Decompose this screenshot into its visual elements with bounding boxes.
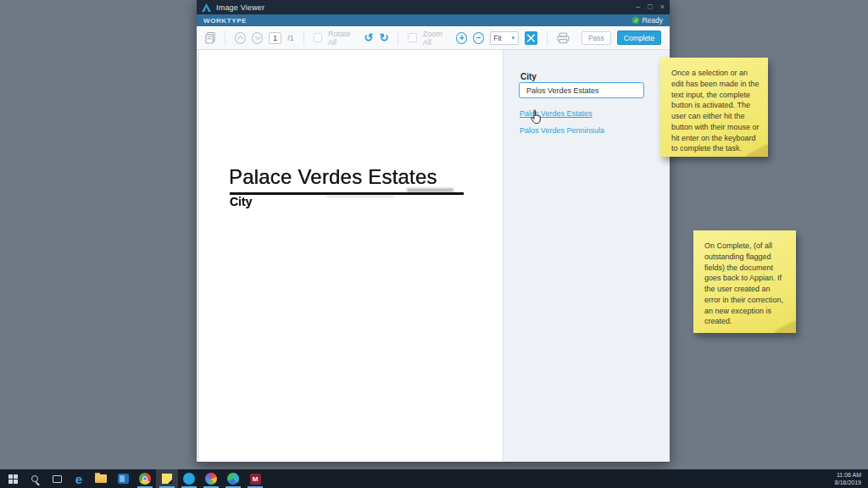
complete-button[interactable]: Complete bbox=[617, 30, 661, 45]
edge-icon: e bbox=[75, 473, 82, 485]
taskbar-search-button[interactable] bbox=[24, 469, 46, 488]
chrome-icon bbox=[139, 473, 151, 485]
windows-logo-icon bbox=[8, 474, 18, 484]
suggestion-link-peninsula[interactable]: Palos Verdes Penninsula bbox=[520, 126, 604, 135]
next-page-button[interactable] bbox=[252, 32, 263, 44]
toolbar-divider bbox=[225, 30, 225, 46]
ready-check-icon: ✓ bbox=[632, 17, 639, 24]
rotate-all-checkbox[interactable] bbox=[314, 33, 322, 42]
taskbar-mail[interactable]: M bbox=[244, 469, 266, 488]
photos-icon bbox=[205, 473, 217, 485]
clock-date: 8/16/2019 bbox=[835, 479, 861, 486]
rotate-clockwise-icon[interactable]: ↻ bbox=[380, 32, 389, 44]
chevron-down-icon bbox=[255, 34, 261, 40]
taskbar-skype[interactable] bbox=[178, 469, 200, 488]
taskbar-edge-beta[interactable] bbox=[222, 469, 244, 488]
worktype-label: WORKTYPE bbox=[203, 17, 247, 25]
note-fold bbox=[746, 145, 768, 157]
taskbar-edge[interactable]: e bbox=[68, 469, 90, 488]
toolbar: /1 Rotate All ↺ ↻ Zoom All + − Fit ▼ bbox=[197, 26, 670, 50]
page-total-label: /1 bbox=[287, 34, 294, 42]
sticky-note-text: Once a selection or an edit has been mad… bbox=[660, 58, 768, 154]
chevron-up-icon bbox=[237, 36, 243, 42]
zoom-out-icon[interactable]: − bbox=[473, 32, 484, 44]
start-button[interactable] bbox=[2, 469, 24, 488]
browser-globe-icon bbox=[227, 473, 239, 485]
toolbar-divider bbox=[547, 30, 548, 46]
document-viewer: Palace Verdes Estates City bbox=[197, 50, 503, 462]
search-icon bbox=[31, 475, 38, 482]
file-explorer-icon bbox=[95, 474, 107, 483]
appian-logo-icon bbox=[202, 3, 211, 12]
image-viewer-window: Image Viewer – □ × WORKTYPE ✓ Ready bbox=[197, 0, 670, 463]
ready-status-label: Ready bbox=[642, 16, 663, 25]
worktype-bar: WORKTYPE ✓ Ready bbox=[197, 14, 670, 26]
window-controls: – □ × bbox=[636, 0, 665, 14]
taskbar-outlook[interactable] bbox=[112, 469, 134, 488]
mail-m-icon: M bbox=[250, 474, 261, 485]
outlook-icon bbox=[118, 474, 129, 484]
fit-dropdown[interactable]: Fit ▼ bbox=[490, 31, 519, 45]
skype-icon bbox=[183, 473, 195, 485]
taskbar-file-explorer[interactable] bbox=[90, 469, 112, 488]
sticky-note-on-complete[interactable]: On Complete, (of all outstanding flagged… bbox=[693, 230, 796, 333]
zoom-all-checkbox[interactable] bbox=[408, 33, 416, 42]
window-title: Image Viewer bbox=[216, 3, 264, 12]
clock-time: 11:06 AM bbox=[835, 471, 861, 479]
taskbar-chrome[interactable] bbox=[134, 469, 156, 488]
zoom-in-icon[interactable]: + bbox=[456, 32, 467, 44]
toolbar-divider bbox=[398, 30, 398, 46]
sticky-note-text: On Complete, (of all outstanding flagged… bbox=[693, 230, 796, 327]
rotate-all-label: Rotate All bbox=[328, 30, 359, 47]
previous-page-button[interactable] bbox=[235, 32, 246, 44]
taskbar-clock[interactable]: 11:06 AM 8/16/2019 bbox=[835, 471, 861, 487]
dropdown-arrow-icon: ▼ bbox=[510, 36, 515, 41]
city-input[interactable] bbox=[519, 82, 644, 98]
hand-cursor-icon bbox=[530, 109, 542, 125]
sticky-notes-icon bbox=[162, 474, 172, 484]
print-icon[interactable] bbox=[557, 32, 570, 44]
field-edit-panel: City Palos Verdes Estates Palos Verdes P… bbox=[503, 50, 670, 462]
page-number-input[interactable] bbox=[269, 32, 281, 44]
rotate-counterclockwise-icon[interactable]: ↺ bbox=[364, 32, 374, 44]
fit-dropdown-value: Fit bbox=[493, 34, 510, 42]
document-heading-text: Palace Verdes Estates bbox=[229, 165, 437, 189]
city-field-label: City bbox=[520, 72, 537, 81]
task-view-icon bbox=[53, 475, 62, 483]
fit-to-window-icon[interactable] bbox=[525, 31, 537, 45]
pass-button[interactable]: Pass bbox=[581, 31, 611, 45]
toolbar-divider bbox=[303, 30, 304, 46]
pages-icon[interactable] bbox=[205, 31, 215, 44]
note-fold bbox=[774, 321, 796, 333]
sticky-note-complete-button[interactable]: Once a selection or an edit has been mad… bbox=[660, 58, 768, 157]
zoom-all-label: Zoom All bbox=[423, 30, 450, 47]
document-scan-smudge bbox=[326, 195, 394, 197]
document-scan-smudge bbox=[407, 188, 453, 192]
close-button[interactable]: × bbox=[660, 0, 665, 14]
task-view-button[interactable] bbox=[46, 469, 68, 488]
taskbar-photos[interactable] bbox=[200, 469, 222, 488]
taskbar: e M 11: bbox=[0, 469, 868, 488]
taskbar-sticky-notes[interactable] bbox=[156, 469, 178, 488]
title-bar: Image Viewer – □ × bbox=[197, 0, 670, 14]
window-content: Palace Verdes Estates City City Palos Ve… bbox=[197, 50, 670, 462]
ready-status: ✓ Ready bbox=[632, 16, 663, 25]
document-field-label: City bbox=[230, 195, 252, 208]
restore-button[interactable]: □ bbox=[648, 0, 652, 14]
minimize-button[interactable]: – bbox=[636, 0, 640, 14]
